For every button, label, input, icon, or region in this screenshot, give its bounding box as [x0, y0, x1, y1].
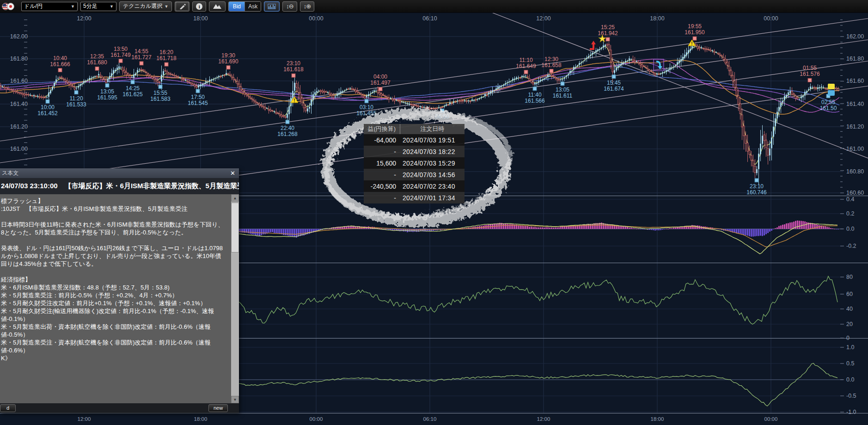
zoom-in-button[interactable]: ↕⊕ [300, 1, 314, 12]
svg-text:10:00: 10:00 [41, 104, 55, 111]
svg-text:19:55: 19:55 [688, 23, 702, 30]
zoom-out-button[interactable]: ↕⊖ [282, 1, 297, 12]
toolbar: ドル/円 ▼ 5分足 ▼ テクニカル選択 ▼ i Bid Ask [0, 0, 868, 13]
bid-button[interactable]: Bid [229, 2, 245, 11]
svg-text:22:40: 22:40 [281, 125, 294, 131]
svg-text:161.452: 161.452 [37, 110, 58, 117]
order-row[interactable]: -2024/07/03 18:22 [364, 146, 465, 157]
jp-flag-icon [7, 3, 14, 10]
svg-text:0.0: 0.0 [846, 226, 854, 232]
svg-text:161.674: 161.674 [604, 86, 624, 92]
currency-pair-select[interactable]: ドル/円 ▼ [21, 2, 78, 11]
buy-marker [561, 82, 564, 86]
buy-marker [131, 80, 134, 84]
ask-button[interactable]: Ask [245, 2, 261, 11]
svg-text:11:40: 11:40 [528, 92, 541, 98]
news-footer: d new [0, 403, 239, 413]
svg-text:161.00: 161.00 [846, 146, 864, 152]
last-price-tag-blue [828, 90, 835, 96]
order-row[interactable]: -64,0002024/07/03 19:51 [364, 134, 465, 146]
scroll-down-icon[interactable]: ▼ [231, 396, 239, 403]
buy-marker [196, 89, 200, 93]
zoom-in-icon: ↕⊕ [304, 3, 311, 10]
svg-text:!: ! [691, 41, 692, 46]
bar-chart-icon [268, 4, 276, 9]
old-button[interactable]: d [0, 404, 16, 412]
svg-text:161.80: 161.80 [846, 55, 864, 62]
svg-text:23:10: 23:10 [750, 183, 764, 190]
svg-text:161.497: 161.497 [370, 80, 391, 86]
svg-text:-0.2: -0.2 [846, 243, 856, 249]
svg-text:161.20: 161.20 [10, 123, 28, 130]
zoom-out-icon: ↕⊖ [286, 3, 293, 10]
svg-text:-0.5: -0.5 [846, 393, 856, 399]
technical-select-button[interactable]: テクニカル選択 ▼ [119, 1, 172, 12]
info-button[interactable]: i [192, 1, 206, 12]
draw-tool-button[interactable] [175, 1, 189, 12]
svg-text:161.950: 161.950 [685, 29, 705, 36]
svg-text:161.40: 161.40 [846, 101, 864, 107]
svg-text:★: ★ [598, 33, 607, 44]
svg-text:13:50: 13:50 [114, 46, 128, 52]
scroll-up-icon[interactable]: ▲ [231, 194, 239, 202]
chart-type-button[interactable] [209, 1, 226, 12]
svg-text:161.718: 161.718 [156, 55, 177, 62]
scroll-thumb[interactable] [231, 203, 239, 253]
svg-text:160.60: 160.60 [846, 190, 864, 196]
star-icon: ★ [598, 33, 607, 44]
svg-text:-1.0: -1.0 [846, 409, 856, 415]
svg-text:160.746: 160.746 [746, 189, 767, 196]
order-datetime: 2024/07/03 14:56 [400, 169, 465, 180]
sell-marker [119, 59, 122, 63]
news-title: ス本文 [2, 169, 18, 177]
buy-marker [46, 99, 49, 103]
svg-text:20: 20 [846, 321, 853, 327]
buy-marker [533, 87, 537, 91]
orders-col-profit: 益(円換算) [364, 124, 400, 134]
svg-text:15:45: 15:45 [607, 80, 621, 86]
svg-text:161.649: 161.649 [516, 63, 536, 69]
svg-text:161.618: 161.618 [283, 66, 304, 73]
buy-marker [286, 120, 289, 124]
order-row[interactable]: -240,5002024/07/02 23:40 [364, 180, 465, 192]
new-button[interactable]: new [208, 404, 228, 412]
buy-marker [159, 85, 162, 89]
svg-text:16:20: 16:20 [159, 49, 173, 55]
svg-text:14:25: 14:25 [126, 85, 140, 92]
news-body: 標フラッシュ】:10JST 【市場反応】米・6月ISM非製造業景況指数、5月製造… [0, 194, 239, 403]
svg-text:15:55: 15:55 [153, 90, 167, 96]
svg-text:00:00: 00:00 [310, 416, 323, 422]
info-icon: i [196, 3, 202, 10]
order-row[interactable]: -2024/07/03 14:56 [364, 169, 465, 180]
svg-text:02:55: 02:55 [821, 99, 835, 105]
svg-text:06:50: 06:50 [435, 113, 449, 120]
svg-text:18:00: 18:00 [651, 416, 664, 422]
svg-text:12:00: 12:00 [537, 416, 550, 422]
svg-text:18:00: 18:00 [194, 416, 208, 422]
tick-chart-button[interactable] [264, 1, 280, 12]
pencil-icon [178, 3, 186, 10]
order-datetime: 2024/07/02 23:40 [400, 180, 465, 192]
svg-text:0.5: 0.5 [846, 360, 854, 367]
svg-text:10:40: 10:40 [53, 55, 67, 62]
order-datetime: 2024/07/01 17:34 [400, 192, 465, 203]
svg-text:06:10: 06:10 [422, 15, 437, 22]
svg-text:18:00: 18:00 [650, 15, 664, 22]
order-row[interactable]: -2024/07/01 17:34 [364, 192, 465, 203]
news-scrollbar[interactable]: ▲ ▼ [231, 194, 239, 403]
svg-text:161.20: 161.20 [846, 123, 864, 130]
svg-text:161.666: 161.666 [50, 61, 70, 68]
svg-text:23:10: 23:10 [287, 60, 300, 67]
order-datetime: 2024/07/03 19:51 [400, 134, 465, 146]
timeframe-select[interactable]: 5分足 ▼ [80, 2, 116, 11]
order-row[interactable]: 15,6002024/07/03 15:29 [364, 157, 465, 169]
order-profit: - [364, 146, 400, 157]
svg-text:161.566: 161.566 [525, 98, 545, 104]
svg-text:161.545: 161.545 [188, 100, 208, 106]
down-arrow-box-icon [654, 59, 664, 71]
svg-text:161.533: 161.533 [66, 101, 86, 108]
news-panel: ス本文 ✕ 24/07/03 23:10:00 【市場反応】米・6月ISM非製造… [0, 168, 239, 413]
svg-text:19:30: 19:30 [221, 52, 235, 59]
close-icon[interactable]: ✕ [230, 170, 235, 177]
svg-text:162.00: 162.00 [846, 33, 864, 40]
